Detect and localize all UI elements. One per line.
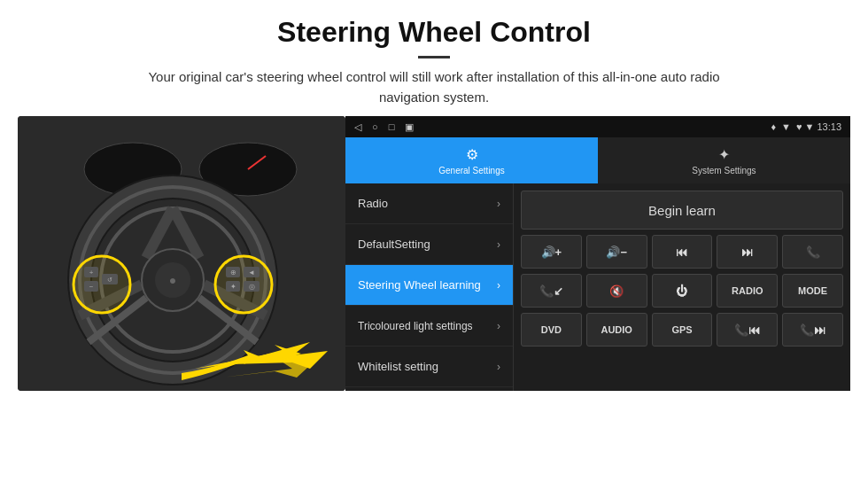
status-bar-right: ♦ ▼ ♥ ▼ 13:13: [771, 121, 841, 132]
gps-button[interactable]: GPS: [652, 313, 713, 347]
subtitle: Your original car's steering wheel contr…: [124, 67, 744, 107]
mute-button[interactable]: 🔇: [586, 274, 647, 308]
back-icon[interactable]: ◁: [354, 121, 361, 133]
phone-icon: 📞: [806, 245, 820, 259]
wifi-icon: ▼: [781, 121, 791, 132]
volume-down-button[interactable]: 🔊−: [586, 235, 647, 269]
header-section: Steering Wheel Control Your original car…: [0, 0, 868, 116]
control-button-grid-1: 🔊+ 🔊− ⏮ ⏭ 📞: [521, 235, 843, 269]
page-title: Steering Wheel Control: [53, 16, 815, 49]
power-button[interactable]: ⏻: [652, 274, 713, 308]
control-button-grid-2: 📞↙ 🔇 ⏻ RADIO MODE: [521, 274, 843, 308]
menu-item-steering-wheel-learning[interactable]: Steering Wheel learning ›: [345, 265, 513, 306]
chevron-right-icon: ›: [497, 279, 500, 292]
menu-default-label: DefaultSetting: [358, 238, 430, 251]
svg-point-17: [74, 256, 130, 313]
status-bar: ◁ ○ □ ▣ ♦ ▼ ♥ ▼ 13:13: [345, 116, 850, 137]
menu-radio-label: Radio: [358, 197, 388, 210]
mute-icon: 🔇: [609, 284, 624, 298]
volume-down-icon: 🔊−: [606, 245, 627, 259]
title-divider: [418, 56, 450, 58]
time-display: ♥ ▼ 13:13: [796, 121, 841, 132]
phone-next-button[interactable]: 📞⏭: [782, 313, 843, 347]
menu-tricoloured-label: Tricoloured light settings: [358, 320, 473, 332]
control-button-grid-3: DVD AUDIO GPS 📞⏮ 📞⏭: [521, 313, 843, 347]
svg-text:↺: ↺: [107, 277, 112, 283]
begin-learn-button[interactable]: Begin learn: [521, 191, 843, 230]
svg-text:✦: ✦: [230, 283, 236, 291]
radio-label: RADIO: [732, 285, 763, 296]
mode-label: MODE: [798, 285, 827, 296]
menu-whitelist-label: Whitelist setting: [358, 360, 438, 373]
location-icon: ♦: [771, 121, 776, 132]
chevron-right-icon: ›: [497, 238, 500, 251]
power-icon: ⏻: [676, 284, 687, 298]
status-bar-left: ◁ ○ □ ▣: [354, 121, 414, 133]
menu-steering-label: Steering Wheel learning: [358, 278, 481, 292]
phone-hangup-button[interactable]: 📞↙: [521, 274, 582, 308]
android-panel: ◁ ○ □ ▣ ♦ ▼ ♥ ▼ 13:13 ⚙ General Settings: [345, 116, 850, 391]
settings-gear-icon: ⚙: [466, 146, 478, 163]
screenshot-icon[interactable]: ▣: [405, 121, 414, 133]
svg-text:⊕: ⊕: [230, 269, 236, 277]
steering-wheel-image: ● + − ↺ ⊕ ✦ ◄ ◎: [18, 116, 345, 391]
content-area: ● + − ↺ ⊕ ✦ ◄ ◎: [0, 116, 868, 483]
system-icon: ✦: [718, 146, 730, 163]
svg-text:+: +: [89, 269, 94, 277]
chevron-right-icon: ›: [497, 361, 500, 373]
next-track-icon: ⏭: [741, 245, 753, 259]
chevron-right-icon: ›: [497, 198, 500, 210]
audio-button[interactable]: AUDIO: [586, 313, 647, 347]
menu-item-whitelist[interactable]: Whitelist setting ›: [345, 347, 513, 387]
svg-text:◎: ◎: [249, 283, 255, 291]
dvd-label: DVD: [541, 324, 562, 335]
prev-track-icon: ⏮: [676, 245, 687, 259]
menu-item-tricoloured-light[interactable]: Tricoloured light settings ›: [345, 306, 513, 347]
tab-system-label: System Settings: [692, 166, 756, 175]
phone-answer-button[interactable]: 📞: [782, 235, 843, 269]
tab-general-settings[interactable]: ⚙ General Settings: [345, 137, 598, 183]
tab-general-label: General Settings: [438, 166, 505, 175]
recent-icon[interactable]: □: [389, 121, 395, 132]
next-track-button[interactable]: ⏭: [717, 235, 778, 269]
dvd-button[interactable]: DVD: [521, 313, 582, 347]
control-panel: Begin learn 🔊+ 🔊− ⏮: [514, 183, 850, 391]
tab-system-settings[interactable]: ✦ System Settings: [598, 137, 850, 183]
svg-text:−: −: [89, 283, 94, 291]
volume-up-icon: 🔊+: [541, 245, 562, 259]
menu-item-default-setting[interactable]: DefaultSetting ›: [345, 224, 513, 265]
audio-label: AUDIO: [601, 324, 632, 335]
android-main: Radio › DefaultSetting › Steering Wheel …: [345, 183, 850, 391]
phone-hangup-icon: 📞↙: [539, 284, 563, 298]
svg-text:●: ●: [169, 273, 176, 287]
tab-bar: ⚙ General Settings ✦ System Settings: [345, 137, 850, 183]
chevron-right-icon: ›: [497, 320, 500, 332]
prev-track-button[interactable]: ⏮: [652, 235, 713, 269]
home-icon[interactable]: ○: [372, 121, 378, 132]
phone-next-icon: 📞⏭: [800, 323, 825, 337]
radio-button[interactable]: RADIO: [717, 274, 778, 308]
svg-text:◄: ◄: [248, 269, 255, 277]
phone-prev-icon: 📞⏮: [734, 323, 760, 337]
gps-label: GPS: [671, 324, 692, 335]
menu-list: Radio › DefaultSetting › Steering Wheel …: [345, 183, 514, 391]
menu-item-radio[interactable]: Radio ›: [345, 183, 513, 224]
mode-button[interactable]: MODE: [782, 274, 843, 308]
phone-prev-button[interactable]: 📞⏮: [717, 313, 778, 347]
volume-up-button[interactable]: 🔊+: [521, 235, 582, 269]
begin-learn-row: Begin learn: [521, 191, 843, 230]
